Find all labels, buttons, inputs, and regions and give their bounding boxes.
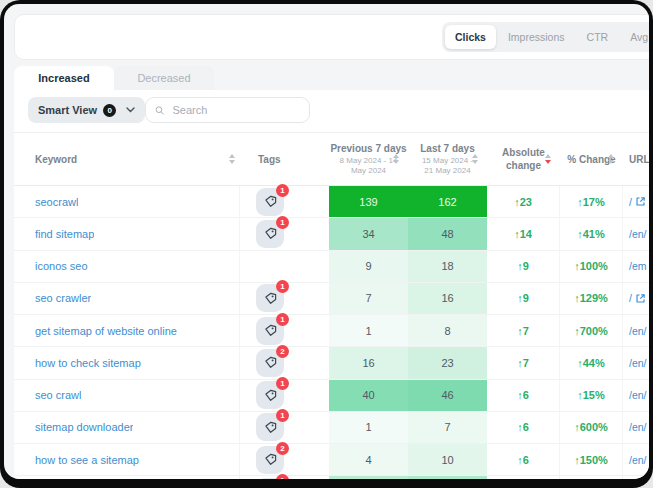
- tag-icon: [264, 292, 277, 305]
- last-period-cell: 8: [408, 315, 487, 346]
- keyword-link[interactable]: how to check sitemap: [35, 357, 141, 369]
- percent-change-cell: ↑15%: [560, 380, 623, 411]
- url-link[interactable]: /en/: [629, 454, 647, 466]
- percent-change-cell: ↑100%: [560, 251, 623, 282]
- table-row[interactable]: sitemap downloader 1 1 7 ↑6 ↑600% /en/: [14, 412, 649, 444]
- table-header: Keyword Tags Previous 7 days 8 May 2024 …: [14, 132, 649, 186]
- percent-change-cell: ↑41%: [560, 218, 623, 249]
- column-header-last[interactable]: Last 7 days 15 May 2024 - 21 May 2024: [408, 133, 487, 185]
- previous-period-cell: 4: [329, 444, 408, 475]
- sort-icon[interactable]: [229, 154, 235, 164]
- previous-period-cell: 16: [329, 347, 408, 378]
- column-date-range: 15 May 2024 - 21 May 2024: [417, 156, 479, 176]
- keyword-link[interactable]: get sitemap of website online: [35, 325, 177, 337]
- keyword-link[interactable]: how to see a sitemap: [35, 454, 139, 466]
- tab-increased[interactable]: Increased: [14, 66, 114, 90]
- keyword-link[interactable]: seo crawler: [35, 292, 91, 304]
- url-link[interactable]: /en/: [629, 421, 647, 433]
- tag-button[interactable]: 1: [256, 478, 284, 479]
- keyword-link[interactable]: sitemap downloader: [35, 421, 133, 433]
- tag-button[interactable]: 2: [256, 349, 284, 377]
- url-link[interactable]: /en/: [629, 325, 647, 337]
- tag-button[interactable]: 1: [256, 220, 284, 248]
- absolute-change-cell: ↑7: [487, 315, 560, 346]
- keyword-link[interactable]: find sitemap: [35, 228, 94, 240]
- percent-change-cell: ↑600%: [560, 412, 623, 443]
- table-row[interactable]: get sitemap of website online 1 1 8 ↑7 ↑…: [14, 315, 649, 347]
- table-row[interactable]: how to see a sitemap 2 4 10 ↑6 ↑150% /en…: [14, 444, 649, 476]
- tag-button[interactable]: 1: [256, 317, 284, 345]
- percent-change-cell: [560, 476, 623, 479]
- tag-icon: [264, 227, 277, 240]
- metric-tab-clicks[interactable]: Clicks: [445, 25, 496, 49]
- absolute-change-cell: ↑9: [487, 251, 560, 282]
- previous-period-cell: [329, 476, 408, 479]
- tag-button[interactable]: 1: [256, 284, 284, 312]
- table-row[interactable]: iconos seo 0 9 18 ↑9 ↑100% /em: [14, 251, 649, 283]
- table-row[interactable]: seo crawl 1 40 46 ↑6 ↑15% /en/: [14, 380, 649, 412]
- page-background: ClicksImpressionsCTRAvg Position Increas…: [4, 4, 649, 479]
- column-header-absolute-change[interactable]: Absolute change: [487, 133, 560, 185]
- column-label: Absolute change: [501, 146, 547, 172]
- tag-count-badge: 2: [276, 442, 289, 455]
- url-link[interactable]: /: [629, 292, 632, 304]
- sort-icon[interactable]: [608, 154, 614, 164]
- table-row[interactable]: seocrawl 1 139 162 ↑23 ↑17% /: [14, 186, 649, 218]
- metric-tab-avg-position[interactable]: Avg Position: [620, 25, 649, 49]
- table-row[interactable]: seo crawler 1 7 16 ↑9 ↑129% /: [14, 283, 649, 315]
- url-link[interactable]: /en/: [629, 389, 647, 401]
- percent-change-cell: ↑44%: [560, 347, 623, 378]
- last-period-cell: 18: [408, 251, 487, 282]
- tag-icon: [264, 356, 277, 369]
- absolute-change-cell: [487, 476, 560, 479]
- url-link[interactable]: /em: [629, 260, 647, 272]
- absolute-change-cell: ↑6: [487, 380, 560, 411]
- url-link[interactable]: /: [629, 196, 632, 208]
- external-link-icon[interactable]: [635, 293, 646, 304]
- previous-period-cell: 34: [329, 218, 408, 249]
- column-header-url[interactable]: URL: [623, 133, 649, 185]
- search-input[interactable]: [171, 103, 300, 117]
- app-window: ClicksImpressionsCTRAvg Position Increas…: [0, 0, 653, 488]
- external-link-icon[interactable]: [635, 196, 646, 207]
- tag-button[interactable]: 2: [256, 446, 284, 474]
- tag-count-badge: 1: [276, 377, 289, 390]
- table-row[interactable]: 1: [14, 476, 649, 479]
- last-period-cell: 23: [408, 347, 487, 378]
- metric-switcher: ClicksImpressionsCTRAvg Position: [442, 22, 649, 52]
- smart-view-dropdown[interactable]: Smart View 0: [28, 97, 145, 123]
- previous-period-cell: 139: [329, 186, 408, 217]
- column-header-percent-change[interactable]: % Change: [560, 133, 623, 185]
- search-icon: [155, 105, 165, 116]
- tag-count-badge: 1: [276, 184, 289, 197]
- metric-tab-ctr[interactable]: CTR: [577, 25, 619, 49]
- chevron-down-icon: [126, 107, 135, 113]
- smart-view-label: Smart View: [38, 104, 97, 116]
- metric-tab-impressions[interactable]: Impressions: [498, 25, 575, 49]
- table-row[interactable]: how to check sitemap 2 16 23 ↑7 ↑44% /en…: [14, 347, 649, 379]
- column-header-keyword[interactable]: Keyword: [14, 133, 240, 185]
- tag-button[interactable]: 1: [256, 413, 284, 441]
- last-period-cell: 162: [408, 186, 487, 217]
- percent-change-cell: ↑129%: [560, 283, 623, 314]
- sort-icon[interactable]: [393, 154, 399, 164]
- previous-period-cell: 7: [329, 283, 408, 314]
- column-label: Keyword: [35, 154, 77, 165]
- sort-icon-active-desc[interactable]: [545, 154, 551, 164]
- url-link[interactable]: /en/: [629, 228, 647, 240]
- table-row[interactable]: find sitemap 1 34 48 ↑14 ↑41% /en/: [14, 218, 649, 250]
- url-link[interactable]: /en/: [629, 357, 647, 369]
- percent-change-cell: ↑700%: [560, 315, 623, 346]
- absolute-change-cell: ↑9: [487, 283, 560, 314]
- tab-decreased[interactable]: Decreased: [114, 66, 214, 90]
- column-header-previous[interactable]: Previous 7 days 8 May 2024 - 14 May 2024: [329, 133, 408, 185]
- keyword-link[interactable]: seo crawl: [35, 389, 81, 401]
- absolute-change-cell: ↑14: [487, 218, 560, 249]
- tag-button[interactable]: 1: [256, 381, 284, 409]
- keyword-link[interactable]: iconos seo: [35, 260, 88, 272]
- keyword-link[interactable]: seocrawl: [35, 196, 78, 208]
- tag-count-badge: 1: [276, 313, 289, 326]
- sort-icon[interactable]: [472, 154, 478, 164]
- last-period-cell: 16: [408, 283, 487, 314]
- tag-button[interactable]: 1: [256, 188, 284, 216]
